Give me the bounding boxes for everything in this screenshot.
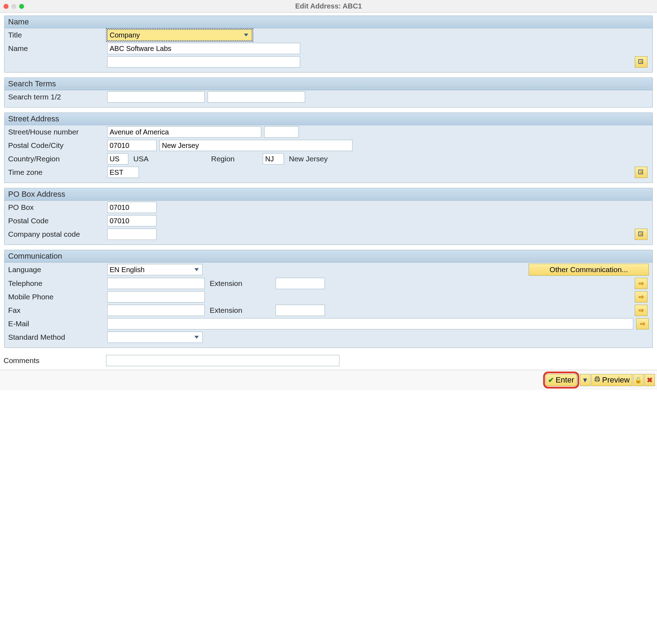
company-postal-input[interactable] [107, 229, 157, 240]
arrow-right-icon: ⇨ [639, 293, 644, 301]
other-communication-button[interactable]: Other Communication... [529, 264, 649, 276]
country-region-label: Country/Region [8, 155, 107, 163]
dropdown-icon: ▾ [583, 375, 587, 385]
enter-highlight: ✔ Enter [543, 372, 579, 389]
fax-input[interactable] [107, 305, 205, 316]
section-street-address: Street Address Street/House number Posta… [4, 113, 653, 183]
telephone-ext-label: Extension [205, 279, 275, 288]
expand-icon [638, 59, 644, 65]
content-area: Name Title Company Name Search Terms S [0, 13, 657, 348]
svg-rect-1 [639, 170, 643, 174]
street-input[interactable] [107, 126, 261, 138]
cancel-button[interactable]: ✖ [644, 374, 655, 386]
house-number-input[interactable] [264, 126, 299, 138]
arrow-right-icon: ⇨ [640, 320, 645, 328]
search-term-1-input[interactable] [107, 91, 205, 103]
comments-label: Comments [4, 356, 106, 365]
footer-bar: ✔ Enter ▾ Preview 🔓 ✖ [0, 370, 657, 390]
section-pobox: PO Box Address PO Box Postal Code Compan… [4, 188, 653, 245]
postal-code-input[interactable] [107, 140, 157, 151]
mobile-input[interactable] [107, 291, 205, 303]
expand-pobox-button[interactable] [635, 229, 647, 240]
section-name: Name Title Company Name [4, 16, 653, 73]
minimize-window-button[interactable] [11, 4, 16, 9]
street-label: Street/House number [8, 128, 107, 136]
standard-method-dropdown[interactable] [107, 332, 203, 343]
maximize-window-button[interactable] [19, 4, 24, 9]
chevron-down-icon [194, 268, 199, 271]
region-text: New Jersey [284, 155, 328, 163]
telephone-input[interactable] [107, 278, 205, 289]
language-dropdown[interactable]: EN English [107, 264, 203, 275]
company-postal-label: Company postal code [8, 230, 107, 238]
section-communication: Communication Language EN English Other … [4, 250, 653, 348]
fax-more-button[interactable]: ⇨ [635, 305, 647, 316]
title-label: Title [8, 31, 107, 39]
svg-rect-0 [639, 59, 643, 63]
section-search-terms: Search Terms Search term 1/2 [4, 77, 653, 108]
language-value: EN English [110, 266, 145, 274]
search-term-label: Search term 1/2 [8, 93, 107, 101]
pobox-input[interactable] [107, 202, 157, 213]
window-title: Edit Address: ABC1 [295, 2, 362, 10]
preview-label: Preview [602, 375, 630, 385]
expand-icon [638, 169, 644, 176]
email-input[interactable] [107, 318, 633, 329]
expand-name-button[interactable] [635, 56, 647, 68]
email-label: E-Mail [8, 320, 107, 328]
print-icon [594, 375, 601, 385]
timezone-input[interactable] [107, 167, 139, 178]
mobile-more-button[interactable]: ⇨ [635, 291, 647, 303]
fax-ext-input[interactable] [275, 305, 325, 316]
city-input[interactable] [159, 140, 353, 151]
close-window-button[interactable] [4, 4, 8, 9]
search-term-2-input[interactable] [208, 91, 305, 103]
comments-row: Comments [0, 353, 657, 370]
check-icon: ✔ [548, 376, 554, 384]
title-value: Company [110, 31, 140, 39]
pobox-postal-input[interactable] [107, 215, 157, 226]
section-header-street: Street Address [5, 113, 652, 125]
titlebar: Edit Address: ABC1 [0, 0, 657, 13]
region-input[interactable] [263, 153, 284, 165]
section-header-comm: Communication [5, 250, 652, 263]
name2-input[interactable] [107, 56, 300, 68]
svg-rect-5 [596, 380, 599, 381]
lock-icon: 🔓 [635, 377, 642, 384]
name-label: Name [8, 44, 107, 53]
enter-label: Enter [556, 375, 574, 385]
telephone-more-button[interactable]: ⇨ [635, 278, 647, 289]
preview-button[interactable]: Preview [591, 374, 632, 386]
language-label: Language [8, 265, 107, 274]
timezone-label: Time zone [8, 168, 107, 177]
window-controls [4, 4, 24, 9]
email-more-button[interactable]: ⇨ [636, 318, 649, 329]
svg-rect-2 [639, 232, 643, 236]
lock-button[interactable]: 🔓 [633, 374, 644, 386]
title-dropdown[interactable]: Company [107, 29, 252, 41]
pobox-postal-label: Postal Code [8, 217, 107, 225]
arrow-right-icon: ⇨ [639, 306, 644, 314]
expand-icon [638, 231, 644, 237]
postal-city-label: Postal Code/City [8, 141, 107, 150]
region-label: Region [206, 155, 263, 163]
pobox-label: PO Box [8, 203, 107, 212]
fax-ext-label: Extension [205, 306, 275, 315]
mobile-label: Mobile Phone [8, 293, 107, 301]
expand-street-button[interactable] [635, 167, 647, 178]
country-text: USA [128, 155, 206, 163]
telephone-label: Telephone [8, 279, 107, 288]
telephone-ext-input[interactable] [275, 278, 325, 289]
country-input[interactable] [107, 153, 128, 165]
name-input[interactable] [107, 43, 300, 54]
dropdown-button[interactable]: ▾ [580, 374, 591, 386]
chevron-down-icon [244, 34, 248, 36]
comments-input[interactable] [106, 355, 339, 366]
enter-button[interactable]: ✔ Enter [546, 374, 577, 386]
other-communication-label: Other Communication... [550, 265, 628, 274]
svg-rect-4 [596, 377, 599, 378]
standard-method-label: Standard Method [8, 333, 107, 341]
section-header-name: Name [5, 16, 652, 28]
fax-label: Fax [8, 306, 107, 315]
section-header-pobox: PO Box Address [5, 188, 652, 201]
